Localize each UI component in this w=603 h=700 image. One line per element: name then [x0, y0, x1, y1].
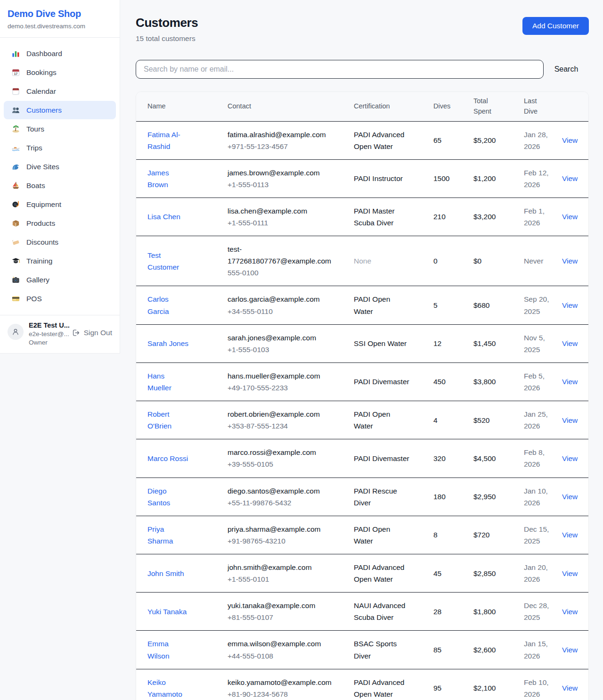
sidebar-item-customers[interactable]: Customers	[4, 101, 116, 119]
user-name: E2E Test U...	[29, 321, 66, 329]
customer-phone: +353-87-555-1234	[228, 420, 331, 432]
view-customer-link[interactable]: View	[562, 646, 578, 654]
customer-dives: 8	[422, 516, 462, 554]
customer-actions: View	[562, 362, 588, 401]
customer-email: emma.wilson@example.com	[228, 638, 331, 650]
customer-name-link[interactable]: Yuki Tanaka	[136, 593, 216, 631]
customer-last-dive: Jan 28, 2026	[513, 121, 562, 159]
sidebar-item-discounts[interactable]: Discounts	[4, 233, 116, 251]
view-customer-link[interactable]: View	[562, 136, 578, 144]
view-customer-link[interactable]: View	[562, 569, 578, 577]
sidebar-item-gallery[interactable]: Gallery	[4, 271, 116, 289]
table-row: John Smith john.smith@example.com +1-555…	[136, 554, 588, 593]
customer-total-spent: $1,200	[462, 159, 513, 198]
people-icon	[11, 106, 20, 115]
sidebar-nav: Dashboard 17 Bookings Calendar Customers…	[0, 38, 120, 315]
search-input[interactable]	[136, 60, 544, 79]
table-row: Lisa Chen lisa.chen@example.com +1-555-0…	[136, 198, 588, 236]
view-customer-link[interactable]: View	[562, 339, 578, 347]
view-customer-link[interactable]: View	[562, 174, 578, 182]
customer-name-link[interactable]: Fatima Al-Rashid	[136, 121, 216, 159]
sidebar-item-pos[interactable]: POS	[4, 289, 116, 308]
customer-name-link[interactable]: Diego Santos	[136, 478, 216, 516]
sign-out-button[interactable]: Sign Out	[72, 329, 112, 337]
customer-contact: sarah.jones@example.com +1-555-0103	[216, 324, 342, 362]
customer-contact: robert.obrien@example.com +353-87-555-12…	[216, 401, 342, 439]
customer-certification: PADI Open Water	[342, 401, 422, 439]
customer-name-link[interactable]: Sarah Jones	[136, 324, 216, 362]
view-customer-link[interactable]: View	[562, 493, 578, 501]
user-email: e2e-tester@...	[29, 330, 66, 338]
customer-name-link[interactable]: Keiko Yamamoto	[136, 669, 216, 700]
view-customer-link[interactable]: View	[562, 213, 578, 221]
add-customer-button[interactable]: Add Customer	[522, 17, 589, 35]
sidebar-item-bookings[interactable]: 17 Bookings	[4, 63, 116, 82]
sidebar-item-label: Dive Sites	[26, 163, 59, 171]
customer-total-spent: $2,850	[462, 554, 513, 593]
customer-name-link[interactable]: Hans Mueller	[136, 362, 216, 401]
customer-email: hans.mueller@example.com	[228, 370, 331, 382]
customer-total-spent: $4,500	[462, 439, 513, 478]
customer-phone: +34-555-0110	[228, 305, 331, 317]
sidebar-item-label: Gallery	[26, 276, 49, 284]
customer-phone: +81-555-0107	[228, 611, 331, 623]
diving-mask-icon	[11, 200, 20, 209]
view-customer-link[interactable]: View	[562, 301, 578, 309]
sidebar-item-label: Products	[26, 219, 55, 228]
customer-dives: 28	[422, 593, 462, 631]
sign-out-icon	[72, 329, 80, 337]
customer-total-spent: $2,100	[462, 669, 513, 700]
sidebar-item-trips[interactable]: Trips	[4, 139, 116, 157]
view-customer-link[interactable]: View	[562, 684, 578, 692]
customer-name-link[interactable]: Priya Sharma	[136, 516, 216, 554]
customer-contact: diego.santos@example.com +55-11-99876-54…	[216, 478, 342, 516]
table-row: Yuki Tanaka yuki.tanaka@example.com +81-…	[136, 593, 588, 631]
customer-name-link[interactable]: Marco Rossi	[136, 439, 216, 478]
customer-name-link[interactable]: Lisa Chen	[136, 198, 216, 236]
customer-name-link[interactable]: Test Customer	[136, 236, 216, 286]
tag-icon	[11, 238, 20, 247]
customer-contact: john.smith@example.com +1-555-0101	[216, 554, 342, 593]
view-customer-link[interactable]: View	[562, 454, 578, 462]
customer-name-link[interactable]: John Smith	[136, 554, 216, 593]
customer-actions: View	[562, 478, 588, 516]
page-title: Customers	[136, 16, 198, 30]
sidebar-item-calendar[interactable]: Calendar	[4, 82, 116, 100]
customer-phone: +49-170-555-2233	[228, 382, 331, 394]
view-customer-link[interactable]: View	[562, 416, 578, 424]
customer-name-link[interactable]: Carlos Garcia	[136, 286, 216, 324]
sign-out-label: Sign Out	[84, 329, 112, 337]
customer-contact: fatima.alrashid@example.com +971-55-123-…	[216, 121, 342, 159]
sidebar-item-dashboard[interactable]: Dashboard	[4, 44, 116, 63]
view-customer-link[interactable]: View	[562, 378, 578, 386]
view-customer-link[interactable]: View	[562, 608, 578, 616]
sidebar-item-tours[interactable]: Tours	[4, 120, 116, 138]
table-row: Diego Santos diego.santos@example.com +5…	[136, 478, 588, 516]
customer-last-dive: Jan 15, 2026	[513, 631, 562, 669]
customer-contact: james.brown@example.com +1-555-0113	[216, 159, 342, 198]
customer-last-dive: Jan 25, 2026	[513, 401, 562, 439]
customer-certification: PADI Master Scuba Diver	[342, 198, 422, 236]
column-header-name: Name	[136, 92, 216, 121]
customer-last-dive: Feb 12, 2026	[513, 159, 562, 198]
customer-total-spent: $2,600	[462, 631, 513, 669]
sidebar-item-training[interactable]: Training	[4, 252, 116, 270]
table-row: Robert O'Brien robert.obrien@example.com…	[136, 401, 588, 439]
customer-name-link[interactable]: Emma Wilson	[136, 631, 216, 669]
search-button[interactable]: Search	[544, 65, 589, 74]
person-icon	[11, 327, 20, 337]
sidebar-item-label: Tours	[26, 125, 44, 133]
customer-name-link[interactable]: Robert O'Brien	[136, 401, 216, 439]
sidebar-item-products[interactable]: Products	[4, 214, 116, 232]
customer-actions: View	[562, 286, 588, 324]
view-customer-link[interactable]: View	[562, 257, 578, 265]
sidebar-item-equipment[interactable]: Equipment	[4, 195, 116, 214]
sidebar-item-boats[interactable]: Boats	[4, 176, 116, 195]
view-customer-link[interactable]: View	[562, 531, 578, 539]
customer-dives: 5	[422, 286, 462, 324]
customer-total-spent: $5,200	[462, 121, 513, 159]
customer-name-link[interactable]: James Brown	[136, 159, 216, 198]
customer-phone: +1-555-0103	[228, 344, 331, 355]
sidebar-item-dive-sites[interactable]: Dive Sites	[4, 157, 116, 176]
customer-dives: 12	[422, 324, 462, 362]
